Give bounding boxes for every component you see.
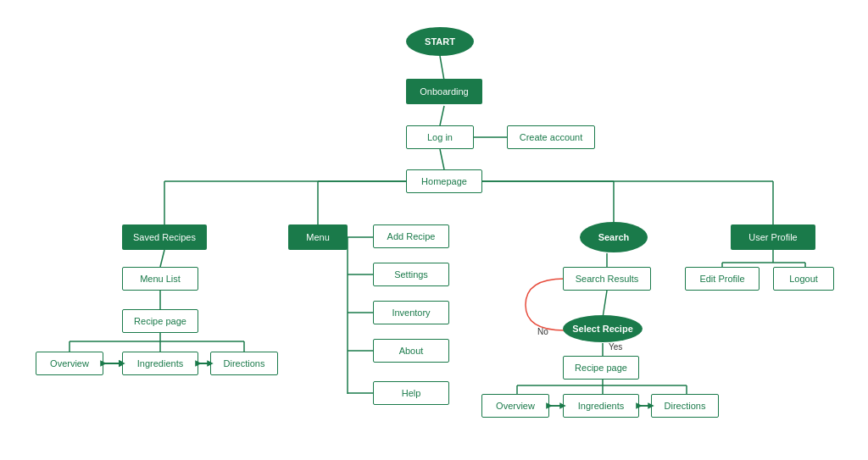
recipe-page-left-node: Recipe page bbox=[122, 309, 198, 333]
svg-line-3 bbox=[440, 149, 444, 169]
ingredients-right-node: Ingredients bbox=[563, 394, 639, 418]
search-node: Search bbox=[580, 222, 648, 252]
help-node: Help bbox=[373, 381, 449, 405]
create-account-node: Create account bbox=[507, 125, 595, 149]
svg-line-12 bbox=[160, 250, 164, 267]
ingredients-left-node: Ingredients bbox=[122, 352, 198, 375]
inventory-node: Inventory bbox=[373, 301, 449, 324]
edit-profile-node: Edit Profile bbox=[685, 267, 760, 291]
directions-left-node: Directions bbox=[210, 352, 278, 375]
svg-line-0 bbox=[440, 56, 444, 80]
overview-left-node: Overview bbox=[36, 352, 103, 375]
search-results-node: Search Results bbox=[563, 267, 651, 291]
yes-label: Yes bbox=[609, 342, 622, 352]
saved-recipes-node: Saved Recipes bbox=[122, 224, 207, 250]
recipe-page-right-node: Recipe page bbox=[563, 356, 639, 380]
add-recipe-node: Add Recipe bbox=[373, 224, 449, 248]
onboarding-node: Onboarding bbox=[406, 79, 482, 104]
no-label: No bbox=[537, 327, 548, 336]
about-node: About bbox=[373, 339, 449, 363]
overview-right-node: Overview bbox=[481, 394, 549, 418]
svg-line-32 bbox=[603, 291, 607, 318]
start-node: START bbox=[406, 27, 474, 56]
logout-node: Logout bbox=[773, 267, 834, 291]
select-recipe-node: Select Recipe bbox=[563, 315, 643, 342]
menu-node: Menu bbox=[288, 224, 348, 250]
directions-right-node: Directions bbox=[651, 394, 719, 418]
login-node: Log in bbox=[406, 125, 474, 149]
flowchart: START Onboarding Log in Create account H… bbox=[0, 0, 868, 460]
user-profile-node: User Profile bbox=[731, 224, 815, 250]
homepage-node: Homepage bbox=[406, 169, 482, 193]
settings-node: Settings bbox=[373, 263, 449, 286]
svg-line-1 bbox=[440, 106, 444, 125]
menu-list-node: Menu List bbox=[122, 267, 198, 291]
